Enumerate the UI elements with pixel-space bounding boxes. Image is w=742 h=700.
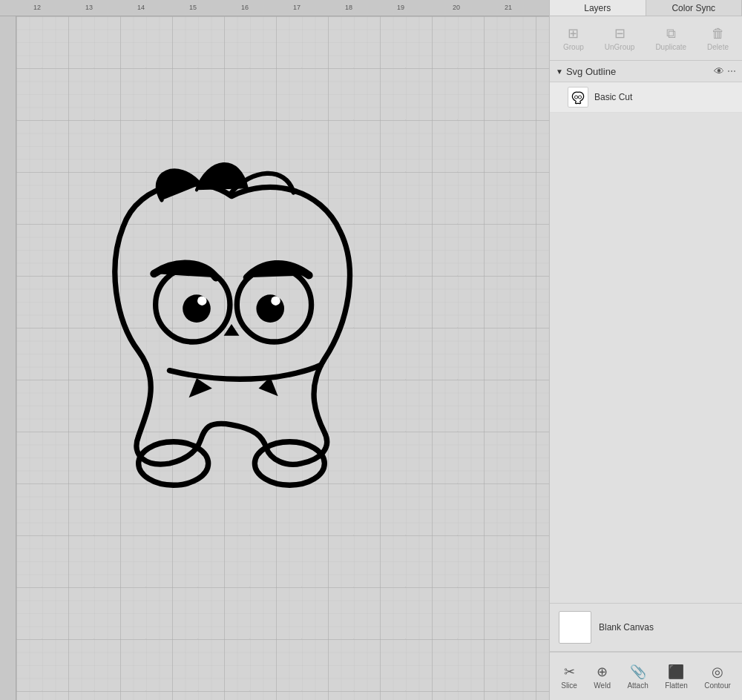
weld-button[interactable]: ⊕ Weld [589, 661, 615, 693]
svg-point-8 [197, 296, 207, 306]
ruler-mark-14: 14 [137, 4, 145, 11]
basic-cut-layer[interactable]: Basic Cut [550, 82, 742, 113]
slice-icon: ✂ [564, 664, 575, 680]
attach-label: Attach [627, 681, 648, 690]
svg-outline-label: Svg Outline [566, 66, 616, 77]
ruler-mark-19: 19 [397, 4, 404, 11]
blank-canvas-label: Blank Canvas [599, 622, 654, 633]
weld-label: Weld [594, 681, 611, 690]
basic-cut-label: Basic Cut [594, 92, 632, 102]
flatten-icon: ⬛ [668, 664, 684, 680]
delete-icon: 🗑 [712, 26, 725, 42]
ruler-mark-18: 18 [345, 4, 352, 11]
contour-icon: ◎ [712, 664, 723, 680]
ruler-mark-13: 13 [85, 4, 93, 11]
bottom-toolbar: ✂ Slice ⊕ Weld 📎 Attach ⬛ Flatten ◎ Cont… [550, 652, 742, 700]
goomba-image[interactable] [76, 150, 462, 580]
svg-point-9 [271, 296, 280, 306]
ruler-top: 12 13 14 15 16 17 18 19 20 21 [0, 0, 549, 16]
flatten-button[interactable]: ⬛ Flatten [660, 661, 692, 693]
ungroup-label: UnGroup [605, 43, 635, 51]
tab-color-sync[interactable]: Color Sync [646, 0, 743, 16]
weld-icon: ⊕ [597, 664, 608, 680]
layer-thumbnail [568, 87, 588, 108]
canvas-work[interactable] [16, 16, 549, 700]
ruler-mark-12: 12 [33, 4, 41, 11]
blank-canvas-section: Blank Canvas [550, 603, 742, 652]
svg-point-6 [183, 294, 211, 323]
ruler-mark-21: 21 [505, 4, 512, 11]
expand-arrow-icon: ▼ [556, 67, 563, 76]
delete-button[interactable]: 🗑 Delete [701, 23, 735, 54]
right-panel: Layers Color Sync ⊞ Group ⊟ UnGroup ⧉ Du… [549, 0, 742, 700]
delete-label: Delete [707, 43, 729, 51]
contour-button[interactable]: ◎ Contour [700, 661, 735, 693]
svg-outline-group[interactable]: ▼ Svg Outline 👁 ⋯ [550, 61, 742, 82]
blank-canvas-preview [559, 611, 591, 644]
ruler-left [0, 16, 16, 700]
contour-label: Contour [704, 681, 731, 690]
layer-thumb-icon [571, 90, 585, 105]
duplicate-button[interactable]: ⧉ Duplicate [649, 23, 692, 54]
layers-section: ▼ Svg Outline 👁 ⋯ Basic Cut [550, 61, 742, 332]
slice-button[interactable]: ✂ Slice [556, 661, 582, 693]
duplicate-icon: ⧉ [666, 26, 676, 42]
ruler-mark-17: 17 [293, 4, 301, 11]
ruler-mark-15: 15 [189, 4, 197, 11]
svg-point-10 [574, 96, 577, 99]
duplicate-label: Duplicate [655, 43, 686, 51]
attach-icon: 📎 [630, 664, 646, 680]
ungroup-button[interactable]: ⊟ UnGroup [599, 22, 641, 54]
canvas-area: 12 13 14 15 16 17 18 19 20 21 [0, 0, 549, 700]
visibility-icon[interactable]: 👁 [714, 65, 724, 77]
tab-layers[interactable]: Layers [550, 0, 646, 16]
layers-toolbar: ⊞ Group ⊟ UnGroup ⧉ Duplicate 🗑 Delete [550, 16, 742, 61]
group-button[interactable]: ⊞ Group [557, 22, 590, 54]
tab-bar: Layers Color Sync [550, 0, 742, 16]
svg-point-7 [256, 294, 284, 323]
ungroup-icon: ⊟ [614, 25, 626, 42]
ruler-mark-20: 20 [453, 4, 460, 11]
goomba-svg [76, 150, 387, 498]
slice-label: Slice [561, 681, 577, 690]
group-icon: ⊞ [568, 25, 579, 42]
svg-point-11 [578, 96, 581, 99]
flatten-label: Flatten [665, 681, 688, 690]
attach-button[interactable]: 📎 Attach [623, 661, 652, 693]
ruler-mark-16: 16 [241, 4, 249, 11]
group-label: Group [563, 43, 584, 51]
options-icon[interactable]: ⋯ [727, 66, 736, 76]
